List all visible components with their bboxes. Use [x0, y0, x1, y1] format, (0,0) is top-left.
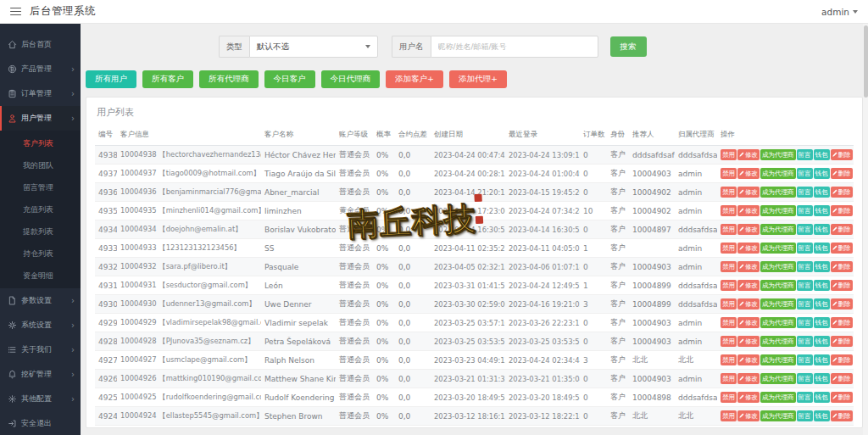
action-wallet-button[interactable]: 钱包 — [814, 205, 830, 216]
quick-button-1[interactable]: 所有客户 — [142, 70, 193, 88]
sidebar-subitem[interactable]: 留言管理 — [0, 176, 81, 198]
quick-button-0[interactable]: 所有用户 — [86, 70, 136, 88]
action-delete-button[interactable]: 删除 — [831, 187, 853, 198]
action-message-button[interactable]: 留言 — [797, 373, 813, 384]
action-wallet-button[interactable]: 钱包 — [814, 187, 830, 198]
action-become-agent-button[interactable]: 成为代理商 — [760, 410, 796, 421]
action-edit-button[interactable]: 修改 — [737, 410, 760, 421]
sidebar-subitem[interactable]: 持仓列表 — [0, 243, 81, 265]
sidebar-subitem[interactable]: 提款列表 — [0, 220, 81, 243]
action-disable-button[interactable]: 禁用 — [721, 410, 737, 421]
type-filter-select[interactable]: 默认不选 — [249, 36, 378, 58]
action-message-button[interactable]: 留言 — [797, 317, 813, 328]
action-wallet-button[interactable]: 钱包 — [814, 243, 830, 254]
action-edit-button[interactable]: 修改 — [737, 354, 760, 365]
action-disable-button[interactable]: 禁用 — [721, 168, 737, 179]
sidebar-item-users[interactable]: 用户管理› — [0, 106, 81, 131]
search-button[interactable]: 搜索 — [610, 36, 647, 57]
quick-button-2[interactable]: 所有代理商 — [199, 70, 259, 88]
action-delete-button[interactable]: 删除 — [831, 205, 853, 216]
action-delete-button[interactable]: 删除 — [831, 317, 853, 328]
action-become-agent-button[interactable]: 成为代理商 — [760, 317, 796, 328]
action-wallet-button[interactable]: 钱包 — [814, 336, 830, 347]
action-wallet-button[interactable]: 钱包 — [814, 373, 830, 384]
action-wallet-button[interactable]: 钱包 — [814, 168, 830, 179]
sidebar-subitem[interactable]: 我的团队 — [0, 154, 81, 176]
sidebar-item-product[interactable]: 产品管理› — [0, 57, 81, 81]
action-message-button[interactable]: 留言 — [797, 392, 813, 403]
action-disable-button[interactable]: 禁用 — [721, 280, 737, 291]
action-disable-button[interactable]: 禁用 — [721, 298, 737, 310]
action-edit-button[interactable]: 修改 — [737, 392, 760, 403]
action-edit-button[interactable]: 修改 — [737, 149, 760, 160]
sidebar-item-home[interactable]: 后台首页 — [0, 32, 81, 57]
action-wallet-button[interactable]: 钱包 — [814, 354, 830, 365]
action-message-button[interactable]: 留言 — [797, 205, 813, 216]
action-disable-button[interactable]: 禁用 — [721, 205, 737, 216]
action-delete-button[interactable]: 删除 — [831, 168, 853, 179]
sidebar-item-about[interactable]: 关于我们› — [0, 337, 81, 362]
action-become-agent-button[interactable]: 成为代理商 — [760, 149, 796, 160]
action-edit-button[interactable]: 修改 — [737, 261, 760, 272]
action-disable-button[interactable]: 禁用 — [721, 224, 737, 235]
action-become-agent-button[interactable]: 成为代理商 — [760, 354, 796, 365]
action-wallet-button[interactable]: 钱包 — [814, 392, 830, 403]
action-delete-button[interactable]: 删除 — [831, 243, 853, 254]
action-delete-button[interactable]: 删除 — [831, 410, 853, 421]
action-disable-button[interactable]: 禁用 — [721, 261, 737, 272]
user-menu[interactable]: admin — [821, 7, 858, 17]
action-become-agent-button[interactable]: 成为代理商 — [760, 168, 796, 179]
action-message-button[interactable]: 留言 — [797, 243, 813, 254]
action-become-agent-button[interactable]: 成为代理商 — [760, 224, 796, 235]
sidebar-item-params[interactable]: 参数设置› — [0, 288, 81, 313]
action-message-button[interactable]: 留言 — [797, 410, 813, 421]
action-edit-button[interactable]: 修改 — [737, 280, 760, 291]
action-edit-button[interactable]: 修改 — [737, 298, 760, 310]
action-edit-button[interactable]: 修改 — [737, 187, 760, 198]
username-input[interactable] — [431, 36, 598, 58]
action-message-button[interactable]: 留言 — [797, 280, 813, 291]
action-message-button[interactable]: 留言 — [797, 298, 813, 310]
sidebar-subitem[interactable]: 客户列表 — [0, 132, 81, 154]
action-delete-button[interactable]: 删除 — [831, 224, 853, 235]
action-disable-button[interactable]: 禁用 — [721, 149, 737, 160]
action-message-button[interactable]: 留言 — [797, 224, 813, 235]
action-delete-button[interactable]: 删除 — [831, 373, 853, 384]
action-edit-button[interactable]: 修改 — [737, 317, 760, 328]
action-edit-button[interactable]: 修改 — [737, 336, 760, 347]
sidebar-subitem[interactable]: 资金明细 — [0, 265, 81, 287]
action-become-agent-button[interactable]: 成为代理商 — [760, 392, 796, 403]
action-wallet-button[interactable]: 钱包 — [814, 280, 830, 291]
sidebar-subitem[interactable]: 充值列表 — [0, 198, 81, 220]
action-message-button[interactable]: 留言 — [797, 149, 813, 160]
scrollbar-thumb[interactable] — [864, 25, 868, 98]
action-edit-button[interactable]: 修改 — [737, 243, 760, 254]
action-disable-button[interactable]: 禁用 — [721, 336, 737, 347]
action-disable-button[interactable]: 禁用 — [721, 243, 737, 254]
action-wallet-button[interactable]: 钱包 — [814, 149, 830, 160]
action-edit-button[interactable]: 修改 — [737, 224, 760, 235]
action-message-button[interactable]: 留言 — [797, 354, 813, 365]
action-delete-button[interactable]: 删除 — [831, 298, 853, 310]
action-become-agent-button[interactable]: 成为代理商 — [760, 373, 796, 384]
action-disable-button[interactable]: 禁用 — [721, 354, 737, 365]
action-become-agent-button[interactable]: 成为代理商 — [760, 261, 796, 272]
action-become-agent-button[interactable]: 成为代理商 — [760, 243, 796, 254]
action-delete-button[interactable]: 删除 — [831, 392, 853, 403]
action-become-agent-button[interactable]: 成为代理商 — [760, 298, 796, 310]
action-disable-button[interactable]: 禁用 — [721, 373, 737, 384]
action-disable-button[interactable]: 禁用 — [721, 187, 737, 198]
action-delete-button[interactable]: 删除 — [831, 354, 853, 365]
quick-button-4[interactable]: 今日代理商 — [321, 70, 381, 88]
action-message-button[interactable]: 留言 — [797, 336, 813, 347]
action-delete-button[interactable]: 删除 — [831, 149, 853, 160]
action-message-button[interactable]: 留言 — [797, 187, 813, 198]
action-edit-button[interactable]: 修改 — [737, 373, 760, 384]
action-wallet-button[interactable]: 钱包 — [814, 261, 830, 272]
action-become-agent-button[interactable]: 成为代理商 — [760, 205, 796, 216]
scrollbar[interactable] — [863, 24, 868, 435]
sidebar-item-config[interactable]: 其他配置› — [0, 387, 81, 411]
action-edit-button[interactable]: 修改 — [737, 205, 760, 216]
action-wallet-button[interactable]: 钱包 — [814, 410, 830, 421]
action-edit-button[interactable]: 修改 — [737, 168, 760, 179]
